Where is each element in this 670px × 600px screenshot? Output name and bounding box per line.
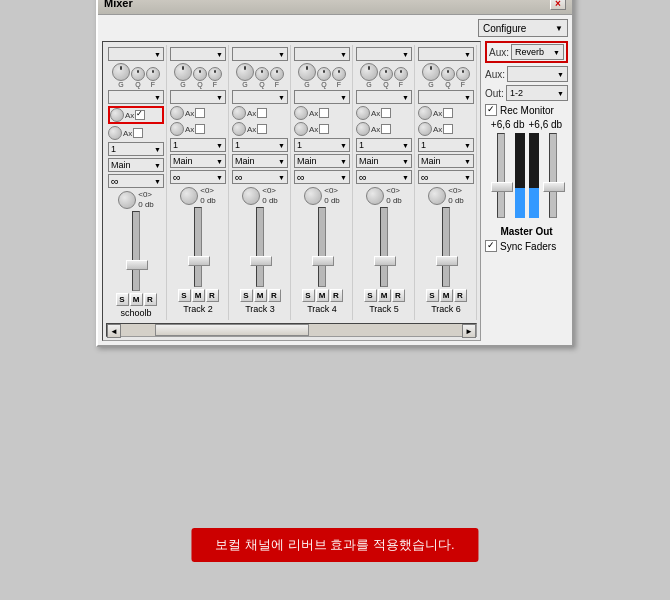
- strip-inf-dd-3[interactable]: ∞ ▼: [232, 170, 288, 184]
- aux1-check-2[interactable]: [195, 108, 205, 118]
- smr-r-6[interactable]: R: [454, 289, 467, 302]
- aux2-check-1[interactable]: [133, 128, 143, 138]
- knob-g-6[interactable]: [422, 63, 440, 81]
- fader-track-4[interactable]: [318, 207, 326, 287]
- scroll-right-button[interactable]: ►: [462, 324, 476, 338]
- strip-main-dd-1[interactable]: Main ▼: [108, 158, 164, 172]
- strip-num-dd-4[interactable]: 1 ▼: [294, 138, 350, 152]
- fader-track-3[interactable]: [256, 207, 264, 287]
- smr-r-2[interactable]: R: [206, 289, 219, 302]
- smr-r-5[interactable]: R: [392, 289, 405, 302]
- smr-r-3[interactable]: R: [268, 289, 281, 302]
- rec-monitor-checkbox[interactable]: ✓: [485, 104, 497, 116]
- smr-s-1[interactable]: S: [116, 293, 129, 306]
- strip-second-dd-4[interactable]: ▼: [294, 90, 350, 104]
- fader-handle-1[interactable]: [126, 260, 148, 270]
- scroll-track[interactable]: [121, 324, 462, 336]
- aux2-check-3[interactable]: [257, 124, 267, 134]
- knob-f-1[interactable]: [146, 67, 160, 81]
- knob-f-3[interactable]: [270, 67, 284, 81]
- knob-g-4[interactable]: [298, 63, 316, 81]
- fader-track-6[interactable]: [442, 207, 450, 287]
- strip-num-dd-2[interactable]: 1 ▼: [170, 138, 226, 152]
- scroll-left-button[interactable]: ◄: [107, 324, 121, 338]
- master-fader-1[interactable]: [491, 133, 511, 218]
- fader-track-5[interactable]: [380, 207, 388, 287]
- fader-handle-4[interactable]: [312, 256, 334, 266]
- strip-second-dd-2[interactable]: ▼: [170, 90, 226, 104]
- knob-q-5[interactable]: [379, 67, 393, 81]
- aux1-knob-5[interactable]: [356, 106, 370, 120]
- vol-knob-2[interactable]: [180, 187, 198, 205]
- smr-s-6[interactable]: S: [426, 289, 439, 302]
- vol-knob-4[interactable]: [304, 187, 322, 205]
- out-dropdown[interactable]: 1-2 ▼: [506, 85, 568, 101]
- strip-top-dd-3[interactable]: ▼: [232, 47, 288, 61]
- aux1-check-4[interactable]: [319, 108, 329, 118]
- scroll-thumb[interactable]: [155, 324, 308, 336]
- vol-knob-1[interactable]: [118, 191, 136, 209]
- strip-main-dd-5[interactable]: Main ▼: [356, 154, 412, 168]
- knob-q-4[interactable]: [317, 67, 331, 81]
- smr-r-1[interactable]: R: [144, 293, 157, 306]
- fader-handle-6[interactable]: [436, 256, 458, 266]
- smr-m-2[interactable]: M: [192, 289, 205, 302]
- strip-top-dd-6[interactable]: ▼: [418, 47, 474, 61]
- aux1-check-1[interactable]: ✓: [135, 110, 145, 120]
- aux2-knob-2[interactable]: [170, 122, 184, 136]
- aux1-knob-3[interactable]: [232, 106, 246, 120]
- strip-main-dd-2[interactable]: Main ▼: [170, 154, 226, 168]
- strip-second-dd-6[interactable]: ▼: [418, 90, 474, 104]
- aux2-dropdown[interactable]: ▼: [507, 66, 568, 82]
- fader-handle-5[interactable]: [374, 256, 396, 266]
- fader-handle-3[interactable]: [250, 256, 272, 266]
- aux1-knob-2[interactable]: [170, 106, 184, 120]
- aux1-knob-1[interactable]: [110, 108, 124, 122]
- smr-m-3[interactable]: M: [254, 289, 267, 302]
- smr-m-5[interactable]: M: [378, 289, 391, 302]
- aux2-check-5[interactable]: [381, 124, 391, 134]
- aux2-knob-3[interactable]: [232, 122, 246, 136]
- fader-track-1[interactable]: [132, 211, 140, 291]
- strip-second-dd-3[interactable]: ▼: [232, 90, 288, 104]
- strip-second-dd-1[interactable]: ▼: [108, 90, 164, 104]
- aux1-dropdown[interactable]: Reverb ▼: [511, 44, 564, 60]
- knob-f-2[interactable]: [208, 67, 222, 81]
- close-button[interactable]: ×: [550, 0, 566, 10]
- aux1-check-5[interactable]: [381, 108, 391, 118]
- strip-num-dd-5[interactable]: 1 ▼: [356, 138, 412, 152]
- aux2-check-2[interactable]: [195, 124, 205, 134]
- aux1-check-6[interactable]: [443, 108, 453, 118]
- fader-handle-2[interactable]: [188, 256, 210, 266]
- smr-s-2[interactable]: S: [178, 289, 191, 302]
- smr-m-1[interactable]: M: [130, 293, 143, 306]
- vol-knob-6[interactable]: [428, 187, 446, 205]
- vol-knob-3[interactable]: [242, 187, 260, 205]
- smr-s-5[interactable]: S: [364, 289, 377, 302]
- smr-m-6[interactable]: M: [440, 289, 453, 302]
- master-fader-1-handle[interactable]: [491, 182, 513, 192]
- knob-q-6[interactable]: [441, 67, 455, 81]
- aux2-knob-5[interactable]: [356, 122, 370, 136]
- knob-f-6[interactable]: [456, 67, 470, 81]
- aux2-check-6[interactable]: [443, 124, 453, 134]
- knob-g-2[interactable]: [174, 63, 192, 81]
- knob-q-3[interactable]: [255, 67, 269, 81]
- aux1-knob-4[interactable]: [294, 106, 308, 120]
- strip-num-dd-1[interactable]: 1 ▼: [108, 142, 164, 156]
- fader-track-2[interactable]: [194, 207, 202, 287]
- smr-r-4[interactable]: R: [330, 289, 343, 302]
- aux2-knob-4[interactable]: [294, 122, 308, 136]
- strip-inf-dd-2[interactable]: ∞ ▼: [170, 170, 226, 184]
- strip-num-dd-6[interactable]: 1 ▼: [418, 138, 474, 152]
- knob-g-1[interactable]: [112, 63, 130, 81]
- strip-top-dd-1[interactable]: ▼: [108, 47, 164, 61]
- knob-f-5[interactable]: [394, 67, 408, 81]
- vol-knob-5[interactable]: [366, 187, 384, 205]
- smr-s-3[interactable]: S: [240, 289, 253, 302]
- aux2-knob-1[interactable]: [108, 126, 122, 140]
- strip-second-dd-5[interactable]: ▼: [356, 90, 412, 104]
- knob-f-4[interactable]: [332, 67, 346, 81]
- sync-faders-checkbox[interactable]: ✓: [485, 240, 497, 252]
- aux2-check-4[interactable]: [319, 124, 329, 134]
